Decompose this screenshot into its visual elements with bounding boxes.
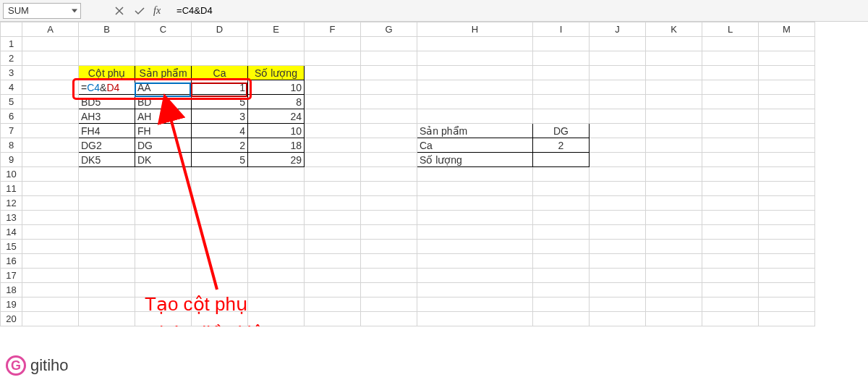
cell[interactable] — [590, 240, 646, 254]
cell[interactable] — [702, 269, 759, 283]
cell[interactable] — [248, 37, 305, 51]
cell[interactable] — [135, 240, 192, 254]
col-header[interactable]: I — [533, 22, 590, 37]
cell[interactable] — [417, 283, 533, 297]
cell[interactable]: FH — [135, 124, 192, 138]
cell[interactable] — [533, 109, 590, 124]
cell[interactable] — [79, 254, 135, 269]
col-header[interactable]: J — [590, 22, 646, 37]
cell[interactable] — [79, 182, 135, 196]
cell[interactable] — [22, 211, 79, 225]
cell[interactable] — [305, 109, 361, 124]
cell[interactable] — [759, 109, 815, 124]
cell[interactable] — [702, 312, 759, 326]
cell[interactable] — [22, 51, 79, 66]
cell[interactable]: 10 — [248, 80, 305, 95]
row-header[interactable]: 18 — [1, 283, 22, 297]
cell[interactable] — [646, 138, 702, 153]
cell[interactable] — [417, 196, 533, 211]
cell[interactable] — [533, 196, 590, 211]
cell[interactable] — [305, 66, 361, 80]
cell[interactable] — [759, 297, 815, 312]
cell[interactable] — [759, 269, 815, 283]
cell[interactable]: 18 — [248, 138, 305, 153]
cell[interactable] — [22, 297, 79, 312]
cell[interactable] — [79, 269, 135, 283]
cell[interactable]: 10 — [248, 124, 305, 138]
cell[interactable] — [759, 37, 815, 51]
cell[interactable] — [361, 283, 417, 297]
table-header[interactable]: Sản phẩm — [135, 66, 192, 80]
cell[interactable] — [759, 283, 815, 297]
cell[interactable] — [590, 51, 646, 66]
lookup-label[interactable]: Sản phẩm — [417, 124, 533, 138]
col-header[interactable]: D — [192, 22, 248, 37]
cell[interactable] — [533, 225, 590, 240]
cell[interactable] — [192, 37, 248, 51]
cell[interactable] — [533, 211, 590, 225]
cell[interactable] — [646, 167, 702, 182]
row-header[interactable]: 2 — [1, 51, 22, 66]
cell[interactable] — [79, 37, 135, 51]
cell[interactable] — [22, 254, 79, 269]
cell[interactable] — [533, 269, 590, 283]
cell[interactable] — [646, 124, 702, 138]
name-box[interactable]: SUM — [3, 3, 81, 19]
cell[interactable]: 3 — [192, 109, 248, 124]
cell[interactable] — [361, 66, 417, 80]
cell[interactable] — [305, 95, 361, 109]
cell[interactable] — [590, 269, 646, 283]
cell[interactable] — [759, 80, 815, 95]
cell[interactable] — [305, 124, 361, 138]
table-header[interactable]: Ca — [192, 66, 248, 80]
lookup-label[interactable]: Ca — [417, 138, 533, 153]
cell[interactable]: 5 — [192, 153, 248, 167]
cell[interactable] — [361, 80, 417, 95]
cell[interactable] — [192, 240, 248, 254]
cell[interactable] — [192, 269, 248, 283]
cell[interactable]: BD5 — [79, 95, 135, 109]
cell[interactable] — [79, 196, 135, 211]
enter-formula-button[interactable] — [130, 3, 149, 19]
cell[interactable] — [305, 138, 361, 153]
row-header[interactable]: 15 — [1, 240, 22, 254]
cell[interactable] — [646, 66, 702, 80]
cell[interactable] — [646, 297, 702, 312]
cell[interactable] — [79, 312, 135, 326]
cell[interactable] — [759, 182, 815, 196]
table-header[interactable]: Cột phụ — [79, 66, 135, 80]
cell[interactable] — [417, 269, 533, 283]
cancel-formula-button[interactable] — [110, 3, 129, 19]
cell[interactable] — [590, 225, 646, 240]
cell[interactable] — [22, 80, 79, 95]
cell[interactable] — [417, 254, 533, 269]
lookup-value[interactable]: 2 — [533, 138, 590, 153]
cell[interactable] — [361, 167, 417, 182]
spreadsheet-grid[interactable]: A B C D E F G H I J K L M 1 2 3 Cột phụ … — [0, 22, 815, 326]
cell[interactable]: 8 — [248, 95, 305, 109]
cell[interactable]: AH — [135, 109, 192, 124]
cell[interactable] — [759, 312, 815, 326]
cell[interactable] — [533, 95, 590, 109]
cell[interactable]: DG — [135, 138, 192, 153]
cell[interactable] — [135, 37, 192, 51]
row-header[interactable]: 1 — [1, 37, 22, 51]
cell[interactable] — [590, 312, 646, 326]
cell[interactable] — [759, 66, 815, 80]
cell[interactable] — [702, 196, 759, 211]
cell[interactable] — [79, 51, 135, 66]
cell[interactable] — [22, 240, 79, 254]
cell[interactable] — [417, 240, 533, 254]
cell[interactable] — [79, 211, 135, 225]
cell[interactable] — [248, 240, 305, 254]
cell[interactable] — [135, 283, 192, 297]
cell[interactable] — [305, 283, 361, 297]
row-header[interactable]: 20 — [1, 312, 22, 326]
cell[interactable] — [22, 225, 79, 240]
cell[interactable] — [646, 211, 702, 225]
cell[interactable] — [533, 80, 590, 95]
cell[interactable] — [646, 225, 702, 240]
cell[interactable] — [417, 312, 533, 326]
cell[interactable] — [192, 167, 248, 182]
cell[interactable]: FH4 — [79, 124, 135, 138]
